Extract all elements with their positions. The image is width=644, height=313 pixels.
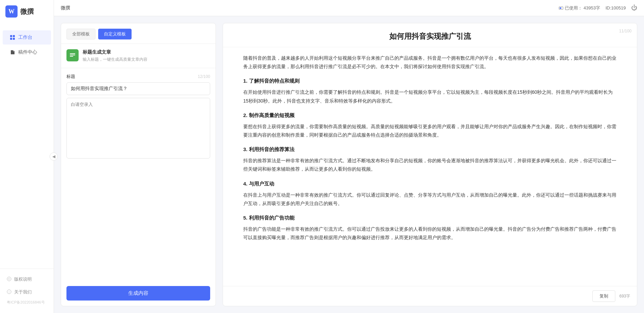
article-heading-5: 5. 利用抖音的广告功能	[243, 213, 617, 222]
svg-rect-16	[70, 56, 73, 57]
sidebar-item-copyright[interactable]: © 版权说明	[0, 273, 54, 286]
svg-rect-4	[10, 38, 12, 40]
article-para-1: 在开始使用抖音进行推广引流之前，你需要了解抖音的特点和规则。抖音是一个短视频分享…	[243, 88, 617, 105]
logo-text: 微撰	[20, 7, 34, 16]
article-heading-4: 4. 与用户互动	[243, 179, 617, 188]
collapse-button[interactable]: ◀	[50, 152, 58, 161]
sidebar-item-workspace[interactable]: 工作台	[3, 30, 51, 45]
usage-value: 43953字	[584, 5, 600, 11]
form-section: 标题 12/100	[61, 68, 216, 281]
logo-area: W 微撰	[0, 0, 54, 23]
article-para-5: 抖音的广告功能是一种非常有效的推广引流方式。你可以通过广告投放来让更多的人看到你…	[243, 225, 617, 242]
article-body: 随着抖音的普及，越来越多的人开始利用这个短视频分享平台来推广自己的产品或服务。抖…	[223, 47, 637, 286]
about-label: 关于我们	[14, 289, 32, 295]
sidebar-item-drafts[interactable]: 稿件中心	[3, 45, 51, 59]
usage-info: 已使用： 43953字	[559, 5, 600, 11]
template-info: 标题生成文章 输入标题，一键生成高质量文章内容	[83, 49, 147, 62]
article-heading-1: 1. 了解抖音的特点和规则	[243, 76, 617, 85]
tab-custom-templates[interactable]: 自定义模板	[98, 29, 132, 39]
usage-label: 已使用：	[565, 5, 582, 11]
article-para-3: 抖音的推荐算法是一种非常有效的推广引流方式。通过不断地发布和分享自己的短视频，你…	[243, 156, 617, 173]
article-header: 如何用抖音实现推广引流 11/100	[223, 23, 637, 47]
main-nav: 工作台 稿件中心	[0, 23, 54, 268]
right-panel: 如何用抖音实现推广引流 11/100 随着抖音的普及，越来越多的人开始利用这个短…	[223, 23, 637, 306]
header: 微撰 已使用： 43953字 ID:100519 ⏻	[54, 0, 644, 16]
header-right: 已使用： 43953字 ID:100519 ⏻	[559, 4, 637, 11]
svg-text:©: ©	[8, 278, 10, 281]
left-panel: 全部模板 自定义模板 标题生成文章 输入标题，一键生成高质量文章内容	[61, 23, 216, 306]
copyright-label: 版权说明	[14, 276, 32, 282]
article-para-4: 在抖音上与用户互动是一种非常有效的推广引流方式。你可以通过回复评论、点赞、分享等…	[243, 191, 617, 208]
sidebar: W 微撰 工作台 稿件中心	[0, 0, 54, 313]
svg-rect-3	[13, 35, 15, 37]
article-footer: 复制 693字	[223, 286, 637, 306]
template-card-icon	[66, 49, 79, 61]
svg-rect-14	[70, 53, 75, 54]
workspace-icon	[9, 34, 16, 40]
article-heading-3: 3. 利用抖音的推荐算法	[243, 145, 617, 154]
tab-all-templates[interactable]: 全部模板	[66, 29, 95, 39]
drafts-icon	[9, 49, 16, 55]
header-title: 微撰	[61, 5, 70, 11]
svg-rect-2	[10, 35, 12, 37]
logo-icon: W	[5, 5, 18, 18]
content-textarea[interactable]	[66, 98, 210, 159]
content-area: 全部模板 自定义模板 标题生成文章 输入标题，一键生成高质量文章内容	[54, 16, 644, 313]
template-card[interactable]: 标题生成文章 输入标题，一键生成高质量文章内容	[61, 44, 216, 68]
svg-rect-13	[560, 7, 561, 9]
svg-text:i: i	[9, 290, 9, 293]
title-input[interactable]	[66, 82, 210, 95]
title-label-row: 标题 12/100	[66, 74, 210, 80]
template-desc: 输入标题，一键生成高质量文章内容	[83, 57, 147, 62]
svg-rect-15	[70, 55, 75, 55]
svg-text:W: W	[8, 8, 15, 15]
user-id: ID:100519	[606, 5, 626, 10]
sidebar-item-about[interactable]: i 关于我们	[0, 286, 54, 298]
main-area: 微撰 已使用： 43953字 ID:100519 ⏻ 全部模板 自定义模板	[54, 0, 644, 313]
workspace-label: 工作台	[18, 34, 32, 40]
sidebar-footer: © 版权说明 i 关于我们 粤ICP备2022016846号	[0, 268, 54, 313]
article-heading-2: 2. 制作高质量的短视频	[243, 111, 617, 120]
drafts-label: 稿件中心	[18, 49, 37, 55]
template-tabs: 全部模板 自定义模板	[61, 23, 216, 44]
page-counter: 11/100	[619, 29, 632, 33]
title-char-count: 12/100	[198, 74, 210, 79]
article-para-2: 要想在抖音上获得更多的流量，你需要制作高质量的短视频。高质量的短视频能够吸引更多…	[243, 122, 617, 139]
template-name: 标题生成文章	[83, 49, 147, 55]
article-para-0: 随着抖音的普及，越来越多的人开始利用这个短视频分享平台来推广自己的产品或服务。抖…	[243, 54, 617, 71]
word-count: 693字	[619, 293, 630, 299]
copyright-icon: ©	[7, 277, 11, 282]
generate-button[interactable]: 生成内容	[66, 286, 210, 301]
power-button[interactable]: ⏻	[631, 4, 637, 11]
about-icon: i	[7, 289, 11, 295]
copy-button[interactable]: 复制	[592, 290, 615, 302]
article-title: 如何用抖音实现推广引流	[243, 31, 617, 41]
usage-icon	[559, 6, 563, 10]
svg-rect-5	[13, 38, 15, 40]
title-form-label: 标题	[66, 74, 75, 80]
icp-text: 粤ICP备2022016846号	[0, 298, 54, 306]
